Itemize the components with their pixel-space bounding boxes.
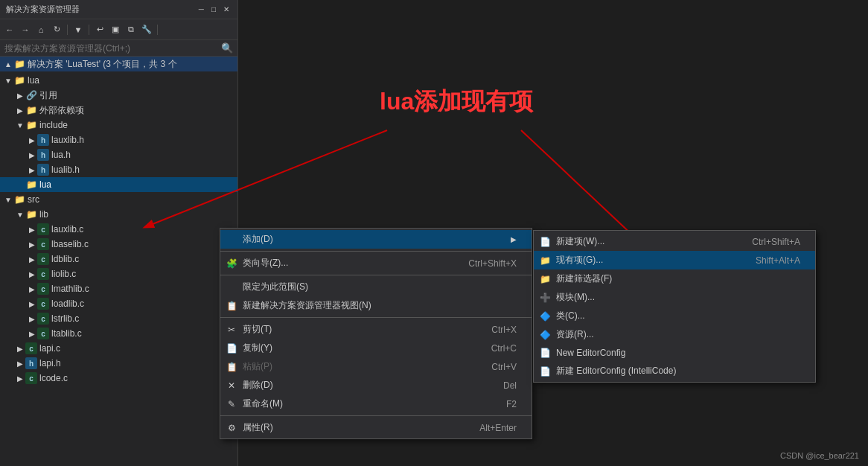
- tree-item-lauxlib.h[interactable]: ▶hlauxlib.h: [0, 133, 237, 147]
- menu-shortcut-rename: F2: [506, 399, 517, 409]
- tree-label-external-dep: 外部依赖项: [39, 104, 84, 117]
- tree-arrow[interactable]: ▶: [27, 270, 37, 278]
- menu-item-scope[interactable]: 限定为此范围(S): [220, 278, 532, 296]
- tree-item-ref[interactable]: ▶🔗引用: [0, 88, 237, 103]
- submenu-item-new-filter[interactable]: 📁新建筛选器(F): [534, 269, 815, 288]
- submenu-label-new-editorconfig-intellicode: 新建 EditorConfig (IntelliCode): [556, 365, 800, 377]
- close-icon[interactable]: ✕: [221, 4, 232, 14]
- tree-item-src[interactable]: ▼📁src: [0, 192, 237, 207]
- tree-item-lapi.c[interactable]: ▶clapi.c: [0, 341, 237, 356]
- tree-arrow[interactable]: ▶: [27, 240, 37, 249]
- tree-arrow[interactable]: ▶: [27, 151, 37, 159]
- tree-arrow[interactable]: ▼: [15, 211, 25, 219]
- search-input[interactable]: [4, 43, 218, 54]
- tree-arrow[interactable]: ▼: [3, 77, 13, 85]
- context-menu[interactable]: 添加(D)▶📄新建项(W)...Ctrl+Shift+A📁现有项(G)...Sh…: [220, 228, 532, 439]
- menu-shortcut-properties: Alt+Enter: [479, 423, 517, 433]
- tree-label-lua-root: lua: [28, 75, 39, 86]
- tree-item-lapi.h[interactable]: ▶hlapi.h: [0, 356, 237, 371]
- submenu-item-new-editorconfig-intellicode[interactable]: 📄新建 EditorConfig (IntelliCode): [534, 362, 815, 380]
- tree-arrow[interactable]: ▶: [27, 255, 37, 264]
- menu-item-add[interactable]: 添加(D)▶📄新建项(W)...Ctrl+Shift+A📁现有项(G)...Sh…: [220, 230, 532, 249]
- tree-arrow[interactable]: ▶: [15, 345, 25, 353]
- filter-icon[interactable]: ▼: [71, 23, 85, 36]
- submenu-item-class[interactable]: 🔷类(C)...: [534, 307, 815, 325]
- menu-icon-class-wizard: 🧩: [225, 258, 238, 269]
- tree-arrow[interactable]: ▶: [27, 136, 37, 144]
- back-icon[interactable]: ←: [3, 23, 16, 36]
- tree-item-lauxlib.c[interactable]: ▶clauxlib.c: [0, 222, 237, 237]
- submenu-item-module[interactable]: ➕模块(M)...: [534, 288, 815, 307]
- tree-item-lua-folder[interactable]: 📁lua: [0, 177, 237, 192]
- tree-item-ldblib.c[interactable]: ▶cldblib.c: [0, 252, 237, 266]
- tree-arrow[interactable]: ▶: [15, 106, 25, 115]
- window-icon[interactable]: ▣: [109, 23, 122, 36]
- pin-icon[interactable]: ─: [197, 4, 206, 14]
- forward-icon[interactable]: →: [19, 23, 32, 36]
- solution-root[interactable]: ▲ 📁 解决方案 'LuaTest' (3 个项目，共 3 个: [0, 57, 237, 71]
- tree-arrow[interactable]: ▼: [15, 121, 25, 130]
- menu-item-copy[interactable]: 📄复制(Y)Ctrl+C: [220, 339, 532, 357]
- home-icon[interactable]: ⌂: [34, 23, 48, 36]
- tree-item-loadlib.c[interactable]: ▶cloadlib.c: [0, 296, 237, 311]
- solution-arrow: ▲: [3, 60, 13, 68]
- tree-icon-file-h: h: [37, 149, 49, 161]
- submenu-item-resource[interactable]: 🔷资源(R)...: [534, 325, 815, 344]
- tree-label-lcode.c: lcode.c: [39, 373, 68, 383]
- menu-label-properties: 属性(R): [243, 421, 457, 434]
- tree-arrow[interactable]: ▶: [27, 315, 37, 323]
- tree-item-lcode.c[interactable]: ▶clcode.c: [0, 371, 237, 386]
- submenu-item-new-item[interactable]: 📄新建项(W)...Ctrl+Shift+A: [534, 232, 815, 251]
- menu-item-cut[interactable]: ✂剪切(T)Ctrl+X: [220, 320, 532, 339]
- annotation-text: lua添加现有项: [380, 86, 533, 118]
- solution-label: 解决方案 'LuaTest' (3 个项目，共 3 个: [28, 58, 177, 71]
- menu-sep-1: [220, 251, 532, 252]
- tree-arrow[interactable]: ▶: [27, 300, 37, 308]
- tree-arrow[interactable]: ▶: [15, 360, 25, 368]
- tree-arrow[interactable]: ▼: [3, 196, 13, 204]
- tree-item-external-dep[interactable]: ▶📁外部依赖项: [0, 103, 237, 118]
- menu-label-class-wizard: 类向导(Z)...: [243, 257, 446, 269]
- menu-item-new-view[interactable]: 📋新建解决方案资源管理器视图(N): [220, 296, 532, 315]
- menu-icon-delete: ✕: [225, 380, 238, 391]
- menu-item-delete[interactable]: ✕删除(D)Del: [220, 376, 532, 395]
- menu-sep-3: [220, 275, 532, 275]
- submenu-icon-existing-item: 📁: [538, 255, 552, 266]
- menu-item-properties[interactable]: ⚙属性(R)Alt+Enter: [220, 418, 532, 437]
- submenu-icon-new-filter: 📁: [538, 274, 552, 284]
- maximize-icon[interactable]: □: [209, 4, 218, 14]
- tree-arrow[interactable]: ▶: [27, 330, 37, 338]
- tree-area[interactable]: ▼📁lua▶🔗引用▶📁外部依赖项▼📁include▶hlauxlib.h▶hlu…: [0, 71, 237, 466]
- tree-item-lmathlib.c[interactable]: ▶clmathlib.c: [0, 281, 237, 296]
- tree-label-lbaselib.c: lbaselib.c: [51, 239, 89, 249]
- tree-item-lualib.h[interactable]: ▶hlualib.h: [0, 162, 237, 177]
- tree-arrow[interactable]: ▶: [27, 166, 37, 174]
- settings-icon[interactable]: 🔧: [140, 23, 153, 36]
- tree-arrow[interactable]: ▶: [15, 92, 25, 100]
- tree-item-lib[interactable]: ▼📁lib: [0, 207, 237, 222]
- submenu[interactable]: 📄新建项(W)...Ctrl+Shift+A📁现有项(G)...Shift+Al…: [533, 230, 816, 383]
- menu-shortcut-delete: Del: [503, 380, 517, 391]
- tree-item-lua-root[interactable]: ▼📁lua: [0, 73, 237, 88]
- tree-item-lbaselib.c[interactable]: ▶clbaselib.c: [0, 237, 237, 252]
- submenu-item-new-editorconfig[interactable]: 📄New EditorConfig: [534, 344, 815, 362]
- tree-arrow[interactable]: ▶: [27, 285, 37, 293]
- submenu-item-existing-item[interactable]: 📁现有项(G)...Shift+Alt+A: [534, 251, 815, 269]
- copy-icon[interactable]: ⧉: [124, 23, 138, 36]
- sync-icon[interactable]: ↻: [50, 23, 63, 36]
- toolbar-bar: ← → ⌂ ↻ ▼ ↩ ▣ ⧉ 🔧: [0, 19, 237, 40]
- tree-item-ltablib.c[interactable]: ▶cltablib.c: [0, 326, 237, 341]
- tree-arrow[interactable]: ▶: [15, 374, 25, 383]
- toolbar-sep-2: [89, 25, 89, 35]
- tree-item-include[interactable]: ▼📁include: [0, 118, 237, 133]
- undo-icon[interactable]: ↩: [93, 23, 106, 36]
- menu-item-class-wizard[interactable]: 🧩类向导(Z)...Ctrl+Shift+X: [220, 254, 532, 272]
- panel-title: 解决方案资源管理器: [6, 4, 80, 15]
- tree-label-ldblib.c: ldblib.c: [51, 254, 79, 264]
- menu-item-rename[interactable]: ✎重命名(M)F2: [220, 395, 532, 413]
- tree-item-lstrlib.c[interactable]: ▶clstrlib.c: [0, 311, 237, 326]
- tree-item-liolib.c[interactable]: ▶cliolib.c: [0, 266, 237, 281]
- tree-arrow[interactable]: ▶: [27, 226, 37, 234]
- tree-icon-folder: 📁: [25, 179, 37, 191]
- tree-item-lua.h[interactable]: ▶hlua.h: [0, 147, 237, 162]
